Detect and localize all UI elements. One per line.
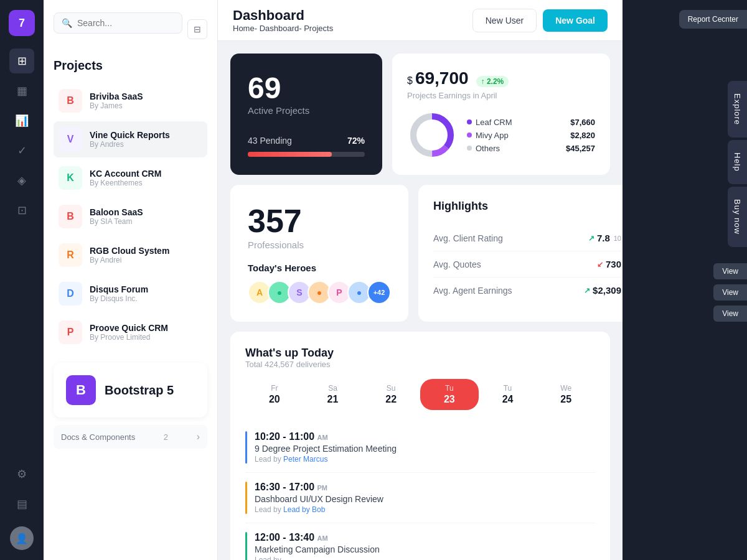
project-info: Baloon SaaS By SIA Team [90,207,143,226]
progress-pct: 72% [347,136,365,146]
project-name: Proove Quick CRM [90,323,168,333]
sidebar-icon-grid[interactable]: ▦ [9,78,34,103]
legend-dot [467,146,472,151]
sidebar-icon-briefcase[interactable]: ⊡ [9,198,34,223]
project-logo: B [59,205,82,228]
event-item: 10:20 - 11:00 AM 9 Degree Project Estima… [245,422,595,473]
donut-chart [407,110,457,160]
project-item[interactable]: B Baloon SaaS By SIA Team [54,198,207,235]
calendar-day[interactable]: Fr 20 [245,379,304,410]
user-avatar[interactable]: 7 [9,10,35,36]
event-bar [245,431,247,464]
docs-label: Docs & Components [61,432,135,442]
highlight-row: Avg. Client Rating ↗ 7.810 [433,225,621,251]
sidebar-icons-panel: 7 ⊞ ▦ 📊 ✓ ◈ ⊡ ⚙ ▤ 👤 [0,0,44,560]
highlight-label: Avg. Client Rating [433,233,503,243]
bottom-avatar[interactable]: 👤 [10,526,34,550]
project-item[interactable]: V Vine Quick Reports By Andres [54,121,207,157]
day-number: 23 [444,394,455,405]
projects-panel: 🔍 ⊟ Projects B Briviba SaaS By James V V… [44,0,218,560]
sidebar-icon-dashboard[interactable]: ⊞ [9,49,34,73]
project-info: Disqus Forum By Disqus Inc. [90,284,148,303]
earnings-values: $7,660$2,820$45,257 [566,118,595,153]
calendar-day[interactable]: Su 22 [362,379,420,410]
project-name: RGB Cloud System [90,246,169,256]
event-lead-link[interactable]: Lead by Bob [283,505,325,514]
day-name: We [560,384,571,393]
highlight-row: Avg. Quotes ↙ 730 [433,251,621,278]
project-info: Briviba SaaS By James [90,91,143,110]
project-logo: D [59,282,82,306]
day-number: 25 [560,394,571,405]
legend-value: $2,820 [566,131,595,140]
trend-icon: ↙ [597,260,603,269]
legend-dot [467,133,472,138]
project-by: By James [90,101,143,110]
page-title: Dashboard [233,7,333,24]
project-logo: R [59,243,82,267]
projects-title: Projects [54,58,207,73]
report-center-button[interactable]: Report Cecnter [679,10,747,29]
event-suffix: PM [317,484,328,492]
buy-now-tab[interactable]: Buy now [728,187,747,247]
active-projects-label: Active Projects [248,105,365,116]
legend-label: Others [476,144,500,153]
calendar-day[interactable]: Sa 21 [304,379,362,410]
event-time: 10:20 - 11:00 AM [255,431,397,442]
dashboard: 69 Active Projects 43 Pending 72% $ 69,7… [218,41,622,560]
project-logo: K [59,166,82,190]
project-by: By Andrei [90,256,169,264]
new-user-button[interactable]: New User [472,9,537,32]
project-item[interactable]: K KC Account CRM By Keenthemes [54,160,207,196]
pending-label: 43 Pending [248,136,292,146]
schedule-title: What's up Today [245,347,595,360]
event-time: 12:00 - 13:40 AM [255,532,380,543]
day-number: 22 [385,394,397,405]
event-suffix: AM [317,434,328,441]
project-info: KC Account CRM By Keenthemes [90,169,161,187]
project-item[interactable]: P Proove Quick CRM By Proove Limited [54,314,207,350]
sidebar-icon-grid2[interactable]: ▤ [9,492,34,516]
event-item: 12:00 - 13:40 AM Marketing Campaign Disc… [245,523,595,560]
legend-value: $7,660 [566,118,595,127]
project-item[interactable]: R RGB Cloud System By Andrei [54,237,207,273]
events-list: 10:20 - 11:00 AM 9 Degree Project Estima… [245,422,595,560]
sidebar-icon-check[interactable]: ✓ [9,138,34,163]
sidebar-icon-chart[interactable]: 📊 [9,108,34,133]
highlights-card: Highlights Avg. Client Rating ↗ 7.810 Av… [418,185,622,322]
view-button-2[interactable]: View [713,284,747,301]
search-bar[interactable]: 🔍 [54,12,182,34]
event-lead: Lead by Lead by Bob [255,505,383,514]
project-item[interactable]: B Briviba SaaS By James [54,83,207,119]
day-number: 21 [327,394,339,405]
calendar-day[interactable]: We 25 [537,379,595,410]
event-lead-link[interactable]: Peter Marcus [283,455,327,464]
sidebar-icon-layers[interactable]: ◈ [9,168,34,193]
search-icon: 🔍 [62,18,72,28]
calendar-day[interactable]: Tu 24 [479,379,537,410]
highlight-label: Avg. Quotes [433,259,481,269]
project-item[interactable]: D Disqus Forum By Disqus Inc. [54,276,207,312]
day-number: 20 [269,394,280,405]
filter-button[interactable]: ⊟ [187,19,207,39]
project-by: By SIA Team [90,217,143,226]
project-by: By Disqus Inc. [90,294,148,303]
calendar-day[interactable]: Tu 23 [420,379,479,410]
sidebar-icon-settings[interactable]: ⚙ [9,462,34,487]
earnings-legend: Leaf CRMMivy AppOthers [467,118,556,153]
right-panel: Report Cecnter Explore Help Buy now View… [622,0,747,560]
event-bar [245,482,247,514]
project-info: Proove Quick CRM By Proove Limited [90,323,168,342]
day-name: Tu [445,384,454,393]
bootstrap-logo: B [66,375,96,405]
new-goal-button[interactable]: New Goal [543,9,608,32]
explore-tab[interactable]: Explore [728,81,747,138]
day-name: Tu [504,384,512,393]
help-tab[interactable]: Help [728,140,747,184]
view-button-3[interactable]: View [713,306,747,322]
progress-bar-bg [248,152,365,157]
docs-chevron-icon[interactable]: › [197,431,200,442]
project-logo: V [59,128,82,151]
search-input[interactable] [77,18,174,28]
view-button-1[interactable]: View [713,263,747,279]
